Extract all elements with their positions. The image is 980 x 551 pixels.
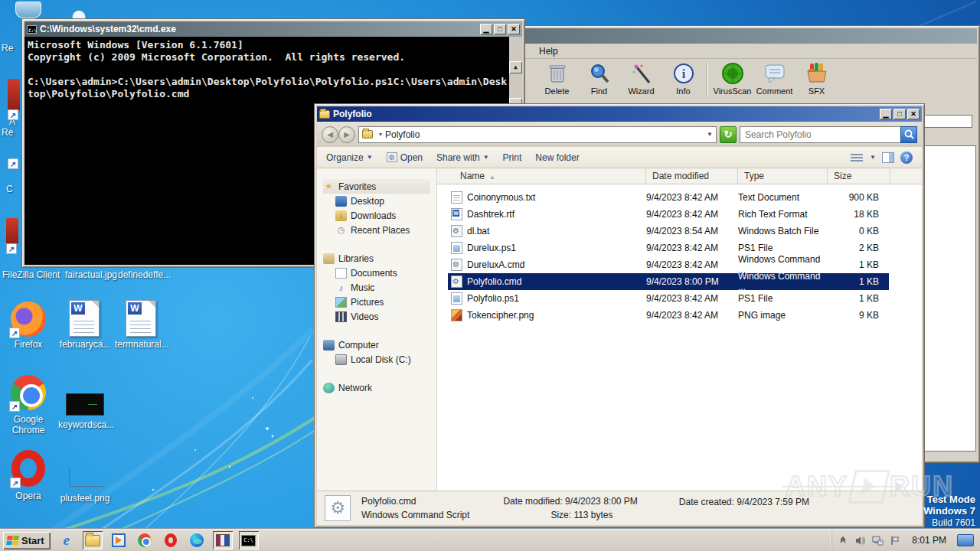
breadcrumb-dropdown-icon[interactable]: ▼	[707, 131, 713, 138]
desktop-icon-februaryca[interactable]	[69, 300, 100, 337]
open-button[interactable]: ⚙ Open	[387, 152, 423, 163]
show-hidden-icons-chevron[interactable]	[837, 535, 848, 546]
comment-button[interactable]: Comment	[753, 60, 795, 102]
taskbar-item-opera[interactable]	[161, 531, 181, 549]
refresh-button[interactable]: ↻	[720, 126, 737, 143]
file-row[interactable]: Coinonymous.txt 9/4/2023 8:42 AM Text Do…	[448, 189, 889, 206]
text-document-icon	[451, 191, 462, 204]
downloads-folder-icon: ↓	[335, 210, 347, 221]
organize-button[interactable]: Organize▼	[326, 152, 373, 163]
desktop-icon-plusfeel[interactable]	[69, 468, 104, 487]
search-icon[interactable]	[900, 126, 917, 143]
sidebar-item-documents[interactable]: Documents	[323, 266, 436, 280]
info-button[interactable]: i Info	[662, 60, 704, 102]
desktop-icon-termnatural[interactable]	[126, 300, 156, 337]
close-button[interactable]: ✕	[907, 109, 920, 119]
chevron-down-icon: ▼	[483, 154, 489, 161]
desktop-label-definedeffe[interactable]: definedeffe...	[118, 269, 168, 280]
search-input[interactable]	[740, 126, 900, 143]
magnifier-icon	[586, 60, 612, 86]
network-icon[interactable]	[872, 535, 884, 546]
sidebar-item-favorites[interactable]: ★ Favorites	[323, 179, 430, 194]
volume-icon[interactable]	[854, 535, 866, 546]
show-desktop-button[interactable]	[957, 534, 974, 546]
help-icon[interactable]: ?	[900, 152, 913, 164]
recycle-bin-icon[interactable]	[15, 2, 41, 18]
sfx-button[interactable]: SFX	[795, 60, 838, 102]
taskbar-item-cmd[interactable]: C:\	[239, 531, 259, 549]
file-row[interactable]: Dashtrek.rtf 9/4/2023 8:42 AM Rich Text …	[448, 206, 889, 223]
desktop-icon-opera[interactable]: ↗	[11, 450, 45, 487]
taskbar-item-media-player[interactable]	[109, 531, 129, 549]
taskbar-item-explorer[interactable]	[83, 531, 103, 549]
desktop-label-fairactual[interactable]: fairactual.jpg	[64, 269, 118, 280]
test-mode-label: Test Mode Windows 7 Build 7601	[923, 494, 975, 529]
breadcrumb[interactable]: ▾ Polyfolio ▼	[358, 126, 717, 143]
partial-desktop-icon[interactable]: ↗	[8, 79, 20, 111]
sidebar-item-libraries[interactable]: Libraries	[323, 251, 436, 266]
details-pane: ⚙ Polyfolio.cmd Windows Command Script D…	[317, 491, 922, 525]
taskbar-item-chrome[interactable]	[135, 531, 155, 549]
explorer-titlebar[interactable]: Polyfolio ▁ □ ✕	[317, 106, 922, 122]
column-header-name[interactable]: Name▲	[437, 168, 646, 184]
details-file-name: Polyfolio.cmd	[361, 496, 469, 507]
cmd-titlebar[interactable]: C:\ C:\Windows\system32\cmd.exe ▁ □ ✕	[24, 21, 522, 37]
partial-desktop-icon[interactable]: ↗	[8, 158, 18, 169]
change-view-icon[interactable]	[850, 152, 864, 163]
taskbar-item-winrar[interactable]	[213, 531, 233, 549]
column-header-type[interactable]: Type	[738, 168, 828, 184]
taskbar-item-internet-explorer[interactable]: e	[57, 531, 77, 549]
wizard-button[interactable]: Wizard	[620, 60, 662, 102]
start-button[interactable]: Start	[3, 532, 51, 549]
virusscan-button[interactable]: VirusScan	[711, 60, 753, 102]
file-row-selected[interactable]: Polyfolio.cmd 9/4/2023 8:00 PM Windows C…	[448, 273, 889, 290]
windows-flag-icon	[6, 536, 19, 545]
preview-pane-icon[interactable]	[882, 152, 894, 163]
taskbar-clock[interactable]: 8:01 PM	[907, 535, 951, 546]
sidebar-item-pictures[interactable]: Pictures	[323, 295, 436, 309]
command-script-icon	[451, 276, 462, 288]
column-header-size[interactable]: Size	[828, 168, 890, 184]
find-button[interactable]: Find	[578, 60, 620, 102]
forward-button[interactable]: ▶	[338, 126, 355, 143]
action-center-flag-icon[interactable]	[890, 535, 901, 546]
sidebar-item-downloads[interactable]: ↓ Downloads	[323, 208, 436, 223]
new-folder-button[interactable]: New folder	[535, 152, 579, 163]
trash-icon	[544, 60, 570, 86]
sidebar-item-recent-places[interactable]: ◷ Recent Places	[323, 223, 436, 237]
command-toolbar: Organize▼ ⚙ Open Share with▼ Print New f…	[317, 147, 922, 168]
folder-icon	[319, 110, 330, 119]
views-dropdown-icon[interactable]: ▼	[870, 154, 876, 161]
print-button[interactable]: Print	[503, 152, 522, 163]
sidebar-item-music[interactable]: ♪ Music	[323, 280, 436, 295]
sidebar-item-computer[interactable]: Computer	[323, 337, 436, 352]
column-header-date-modified[interactable]: Date modified	[646, 168, 738, 184]
filezilla-icon[interactable]	[6, 218, 18, 244]
desktop-icon-keywordsca[interactable]	[66, 393, 104, 416]
file-row[interactable]: Tokencipher.png 9/4/2023 8:42 AM PNG ima…	[448, 307, 889, 324]
maximize-button[interactable]: □	[893, 109, 906, 119]
close-button[interactable]: ✕	[508, 24, 520, 34]
desktop-icon-chrome[interactable]: ↗	[11, 375, 46, 410]
sidebar-item-desktop[interactable]: Desktop	[323, 194, 436, 208]
maximize-button[interactable]: □	[494, 24, 506, 34]
file-row[interactable]: dl.bat 9/4/2023 8:54 AM Windows Batch Fi…	[448, 223, 889, 240]
minimize-button[interactable]: ▁	[480, 24, 492, 34]
file-row[interactable]: Polyfolio.ps1 9/4/2023 8:42 AM PS1 File …	[448, 290, 889, 307]
sidebar-item-network[interactable]: Network	[323, 380, 436, 395]
wizard-label: Wizard	[628, 86, 654, 96]
music-note-icon: ♪	[335, 282, 347, 293]
minimize-button[interactable]: ▁	[880, 109, 892, 119]
magic-wand-icon	[629, 60, 655, 86]
desktop-icon-firefox[interactable]: ↗	[11, 302, 46, 337]
test-mode-line2: Windows 7	[923, 505, 975, 517]
taskbar-item-edge[interactable]	[187, 531, 207, 549]
cmd-title: C:\Windows\system32\cmd.exe	[40, 24, 176, 34]
sidebar-item-videos[interactable]: Videos	[323, 309, 436, 324]
desktop-label-filezilla[interactable]: FileZilla Client	[2, 269, 57, 280]
sidebar-item-local-disk-c[interactable]: Local Disk (C:)	[323, 352, 436, 367]
scroll-up-arrow[interactable]: ▲	[509, 61, 522, 73]
breadcrumb-location[interactable]: Polyfolio	[385, 129, 420, 140]
back-button[interactable]: ◀	[322, 126, 338, 143]
share-with-button[interactable]: Share with▼	[436, 152, 489, 163]
